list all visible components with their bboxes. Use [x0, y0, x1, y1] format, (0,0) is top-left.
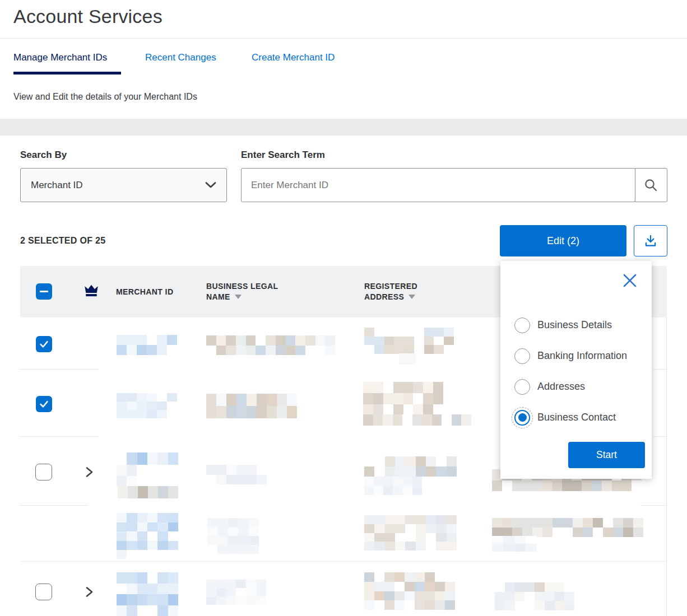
search-by-select[interactable]: Merchant ID — [20, 168, 227, 202]
column-header-registered-address: REGISTERED ADDRESS — [364, 281, 443, 302]
search-term-label: Enter Search Term — [241, 150, 325, 161]
radio-option-business-contact[interactable]: Business Contact — [500, 402, 652, 433]
search-by-selected-value: Merchant ID — [31, 180, 205, 191]
page-subtitle: View and Edit the details of your Mercha… — [13, 92, 197, 102]
sort-desc-icon[interactable] — [235, 295, 242, 299]
search-button[interactable] — [635, 168, 667, 202]
selection-summary: 2 SELECTED OF 25 — [20, 236, 105, 246]
table-right-border — [666, 318, 667, 616]
row-2-checkbox[interactable] — [36, 396, 52, 412]
active-tab-underline — [13, 72, 121, 74]
edit-options-popover: Business DetailsBanking InformationAddre… — [500, 261, 652, 479]
check-icon — [39, 399, 49, 409]
crown-icon — [82, 282, 100, 302]
download-button[interactable] — [634, 225, 667, 256]
tab-manage-merchant-ids[interactable]: Manage Merchant IDs — [13, 52, 107, 63]
download-icon — [643, 234, 658, 248]
search-input[interactable] — [241, 168, 635, 202]
column-header-business-legal-name: BUSINESS LEGAL NAME — [206, 281, 290, 302]
radio-icon[interactable] — [514, 379, 530, 395]
radio-option-banking-information[interactable]: Banking Information — [500, 340, 652, 371]
radio-icon[interactable] — [514, 348, 530, 364]
radio-option-label: Addresses — [537, 381, 585, 393]
row-5-expand-chevron-icon[interactable] — [82, 585, 96, 599]
row-5-checkbox[interactable] — [35, 584, 52, 600]
edit-button[interactable]: Edit (2) — [500, 225, 626, 256]
page-title: Account Services — [13, 6, 163, 27]
section-separator-band — [0, 119, 687, 136]
row-divider — [20, 561, 667, 562]
row-divider — [653, 369, 667, 370]
radio-icon[interactable] — [514, 318, 530, 333]
row-3-checkbox[interactable] — [35, 464, 52, 480]
select-all-checkbox[interactable] — [36, 283, 52, 300]
radio-option-label: Business Details — [537, 319, 612, 331]
radio-option-label: Business Contact — [537, 412, 616, 423]
indeterminate-minus-icon — [40, 291, 48, 292]
chevron-down-icon — [205, 182, 216, 188]
radio-option-addresses[interactable]: Addresses — [500, 371, 652, 402]
row-1-checkbox[interactable] — [36, 336, 52, 352]
close-icon[interactable] — [623, 273, 637, 288]
account-services-page: Account Services Manage Merchant IDs Rec… — [0, 0, 687, 616]
start-button[interactable]: Start — [568, 442, 645, 468]
row-divider — [20, 505, 87, 506]
tab-recent-changes[interactable]: Recent Changes — [145, 52, 216, 63]
sort-desc-icon[interactable] — [409, 295, 415, 299]
radio-option-label: Banking Information — [537, 350, 627, 362]
search-by-label: Search By — [20, 150, 67, 161]
tab-create-merchant-id[interactable]: Create Merchant ID — [252, 52, 335, 63]
row-divider — [20, 369, 98, 370]
row-divider — [653, 436, 667, 437]
row-divider — [640, 505, 667, 506]
check-icon — [39, 339, 49, 349]
magnifier-icon — [644, 178, 658, 193]
radio-selected-icon[interactable] — [514, 410, 530, 426]
radio-option-business-details[interactable]: Business Details — [500, 310, 652, 340]
header-divider — [0, 38, 687, 39]
column-header-merchant-id: MERCHANT ID — [116, 287, 173, 297]
row-divider — [20, 436, 98, 437]
row-3-expand-chevron-icon[interactable] — [82, 465, 96, 479]
